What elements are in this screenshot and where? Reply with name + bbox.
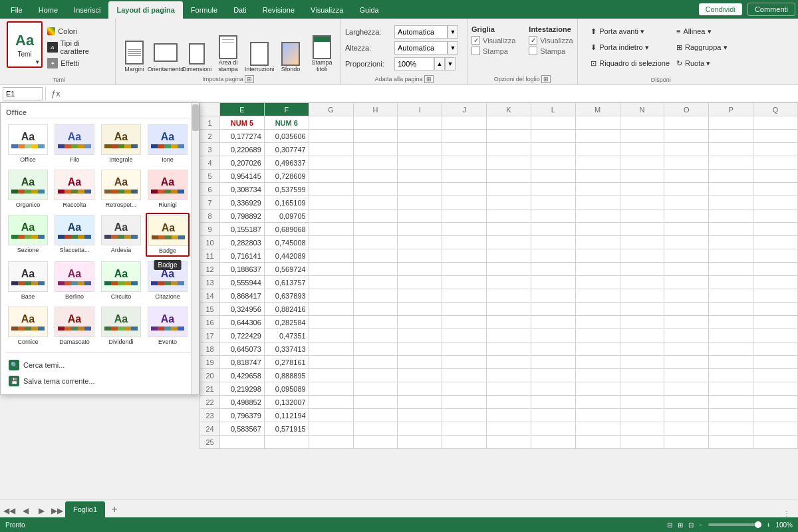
orientamento-button[interactable]: Orientamento: [151, 35, 180, 74]
tab-home[interactable]: Home: [31, 1, 66, 19]
dimensioni-button[interactable]: Dimensioni: [182, 35, 211, 74]
larghezza-input[interactable]: [394, 25, 448, 39]
col-header-h[interactable]: H: [353, 103, 398, 116]
cell-reference-input[interactable]: [3, 87, 43, 100]
colori-button[interactable]: Colori: [45, 24, 111, 39]
porta-indietro-button[interactable]: ⬇ Porta indietro ▾: [588, 40, 672, 55]
cell-p1[interactable]: [709, 116, 753, 130]
temi-large-button[interactable]: Aa Temi ▼: [7, 21, 43, 68]
theme-item-riunigi[interactable]: Aa Riunigi: [146, 168, 190, 210]
theme-item-filo[interactable]: Aa Filo: [53, 122, 96, 165]
zoom-slider[interactable]: [708, 523, 761, 526]
cell-l1[interactable]: [531, 116, 575, 130]
dropdown-scrollbar[interactable]: [191, 103, 199, 394]
theme-item-badge[interactable]: Aa Badge Badge: [146, 213, 190, 257]
theme-item-ardesia[interactable]: Aa Ardesia: [99, 213, 143, 257]
sheet-tab-foglio1[interactable]: Foglio1: [65, 501, 105, 517]
theme-item-integrale[interactable]: Aa Integrale: [99, 122, 143, 165]
theme-item-ione[interactable]: Aa Ione: [146, 122, 190, 165]
function-icon[interactable]: ƒx: [49, 88, 63, 98]
theme-item-dividendi[interactable]: Aa Dividendi: [99, 305, 143, 347]
altezza-dropdown[interactable]: ▼: [448, 41, 458, 55]
col-header-f[interactable]: F: [264, 103, 309, 116]
effetti-button[interactable]: ✦ Effetti: [45, 56, 111, 70]
comment-button[interactable]: Commenti: [747, 3, 795, 16]
col-header-j[interactable]: J: [442, 103, 487, 116]
cell-o1[interactable]: [664, 116, 709, 130]
formula-input[interactable]: [66, 87, 795, 100]
col-header-l[interactable]: L: [531, 103, 575, 116]
sheet-nav-first[interactable]: ◀◀: [3, 504, 16, 517]
cell-g1[interactable]: [309, 116, 353, 130]
griglia-visualizza-checkbox[interactable]: [471, 36, 480, 45]
tab-guida[interactable]: Guida: [351, 1, 386, 19]
opzioni-expand[interactable]: ⊞: [541, 75, 551, 83]
col-header-q[interactable]: Q: [753, 103, 798, 116]
col-header-n[interactable]: N: [620, 103, 664, 116]
view-page[interactable]: ⊡: [688, 521, 694, 529]
allinea-button[interactable]: ≡ Allinea ▾: [674, 24, 733, 39]
cell-k1[interactable]: [487, 116, 531, 130]
theme-item-raccolta[interactable]: Aa Raccolta: [53, 168, 96, 210]
add-sheet-button[interactable]: +: [106, 501, 122, 517]
col-header-p[interactable]: P: [709, 103, 753, 116]
page-setup-expand[interactable]: ⊞: [245, 75, 254, 83]
cell-i1[interactable]: [398, 116, 442, 130]
sheet-nav-prev[interactable]: ◀: [19, 504, 32, 517]
cell-m1[interactable]: [575, 116, 620, 130]
cell-j1[interactable]: [442, 116, 487, 130]
salva-tema-button[interactable]: 💾 Salva tema corrente...: [6, 373, 194, 389]
view-normal[interactable]: ⊟: [667, 521, 672, 529]
stampa-titoli-button[interactable]: Stampatitoli: [307, 35, 336, 74]
carattere-button[interactable]: A Tipi di carattere: [45, 40, 111, 55]
sheet-nav-next[interactable]: ▶: [35, 504, 48, 517]
area-stampa-button[interactable]: Area distampa: [213, 35, 243, 74]
tab-inserisci[interactable]: Inserisci: [66, 1, 108, 19]
ruota-button[interactable]: ↻ Ruota ▾: [674, 56, 733, 70]
theme-item-organico[interactable]: Aa Organico: [6, 168, 50, 210]
sfondo-button[interactable]: Sfondo: [276, 35, 305, 74]
cerca-temi-button[interactable]: 🔍 Cerca temi...: [6, 357, 194, 373]
tab-formule[interactable]: Formule: [183, 1, 225, 19]
sheet-nav-last[interactable]: ▶▶: [51, 504, 64, 517]
margini-button[interactable]: Margini: [120, 35, 149, 74]
cell-h1[interactable]: [353, 116, 398, 130]
larghezza-dropdown[interactable]: ▼: [448, 25, 458, 39]
intestazione-visualizza-checkbox[interactable]: [529, 36, 537, 45]
riquadro-selezione-button[interactable]: ⊡ Riquadro di selezione: [588, 56, 672, 70]
cell-f1[interactable]: NUM 6: [264, 116, 309, 130]
grid-scroll[interactable]: E F G H I J K L M N O P Q: [200, 102, 798, 499]
tab-visualizza[interactable]: Visualizza: [303, 1, 351, 19]
share-button[interactable]: Condividi: [699, 3, 742, 15]
theme-item-office[interactable]: Aa Office: [6, 122, 50, 165]
view-layout[interactable]: ⊞: [678, 521, 683, 529]
raggruppa-button[interactable]: ⊞ Raggruppa ▾: [674, 40, 733, 55]
zoom-out-button[interactable]: −: [699, 521, 703, 529]
theme-item-berlino[interactable]: Aa Berlino: [53, 259, 96, 302]
col-header-g[interactable]: G: [309, 103, 353, 116]
theme-item-circuito[interactable]: Aa Circuito: [99, 259, 143, 302]
intestazione-stampa-checkbox[interactable]: [529, 47, 537, 55]
col-header-m[interactable]: M: [575, 103, 620, 116]
zoom-in-button[interactable]: +: [767, 521, 771, 529]
adatta-expand[interactable]: ⊞: [424, 75, 434, 83]
col-header-k[interactable]: K: [487, 103, 531, 116]
theme-item-evento[interactable]: Aa Evento: [146, 305, 190, 347]
cell-n1[interactable]: [620, 116, 664, 130]
col-header-i[interactable]: I: [398, 103, 442, 116]
theme-item-base[interactable]: Aa Base: [6, 259, 50, 302]
cell-q1[interactable]: [753, 116, 798, 130]
col-header-o[interactable]: O: [664, 103, 709, 116]
porta-avanti-button[interactable]: ⬆ Porta avanti ▾: [588, 24, 672, 39]
cell-e1[interactable]: NUM 5: [220, 116, 265, 130]
griglia-stampa-checkbox[interactable]: [471, 47, 480, 55]
theme-item-damascato[interactable]: Aa Damascato: [53, 305, 96, 347]
tab-revisione[interactable]: Revisione: [255, 1, 303, 19]
theme-item-cornice[interactable]: Aa Cornice: [6, 305, 50, 347]
interruzioni-button[interactable]: Interruzioni: [245, 35, 274, 74]
proporzioni-up[interactable]: ▲: [434, 57, 445, 70]
proporzioni-input[interactable]: [394, 57, 434, 70]
proporzioni-down[interactable]: ▼: [445, 57, 456, 70]
theme-item-sfaccetta[interactable]: Aa Sfaccetta...: [53, 213, 96, 257]
tab-dati[interactable]: Dati: [225, 1, 255, 19]
